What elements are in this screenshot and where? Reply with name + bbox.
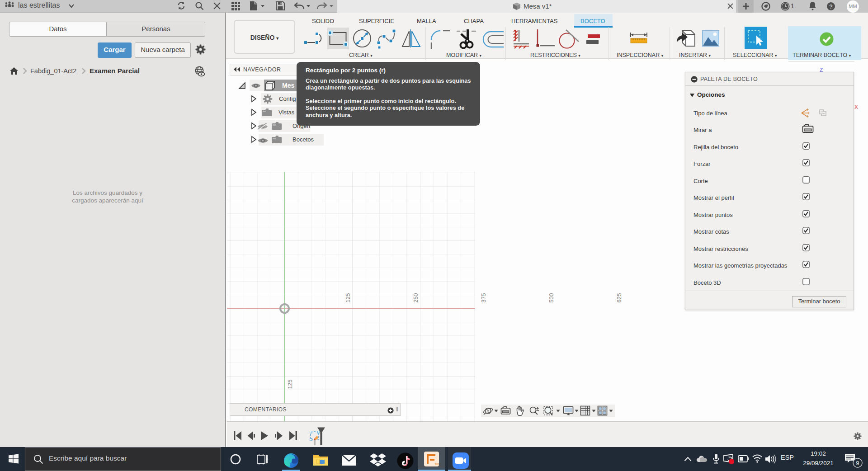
svg-text:360: 360 (435, 463, 439, 466)
svg-text:9: 9 (856, 460, 859, 466)
svg-text:?: ? (829, 3, 833, 10)
